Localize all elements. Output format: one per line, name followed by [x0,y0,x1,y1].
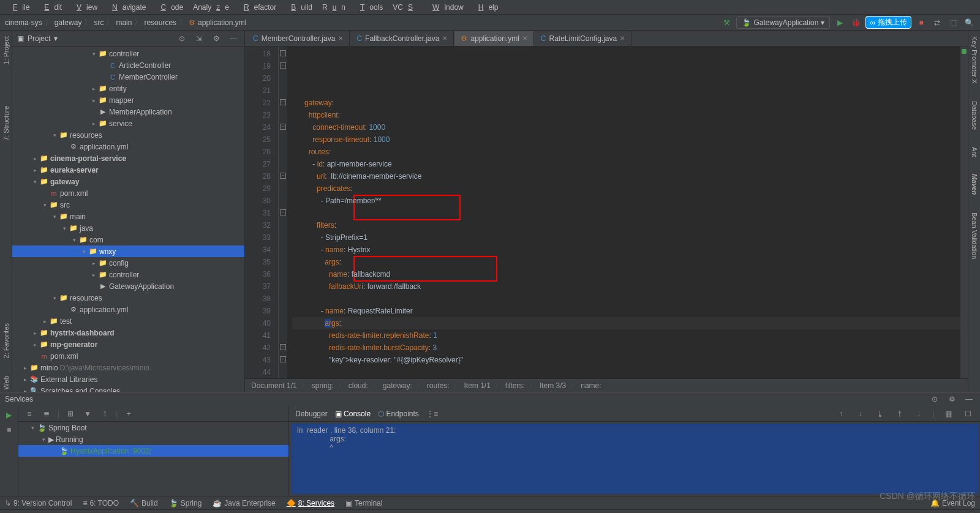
tree-item[interactable]: CArticleController [12,59,244,71]
tree-item[interactable]: CMemberController [12,71,244,83]
bt-spring[interactable]: 🍃 Spring [169,499,202,507]
services-nav-icon[interactable]: ⊙ [929,393,941,405]
tree-item[interactable]: ▸📁hystrix-dashboard [12,327,244,339]
locate-icon[interactable]: ⊙ [176,32,188,45]
editor-tab[interactable]: CFallbackController.java✕ [350,31,454,46]
tree-item[interactable]: ⚙application.yml [12,304,244,315]
event-log[interactable]: 🔔 Event Log [930,499,975,507]
tree-item[interactable]: ▸📁cinema-portal-service [12,152,244,164]
services-gear-icon[interactable]: ⚙ [946,393,958,405]
tab-debugger[interactable]: Debugger [295,410,328,418]
tool-favorites[interactable]: 2: Favorites [1,321,11,361]
tree-item[interactable]: ▸📁entity [12,83,244,94]
project-label: Project [28,34,50,43]
tool-maven[interactable]: Maven [970,171,979,197]
services-hide-icon[interactable]: — [963,393,975,405]
menu-view[interactable]: View [67,3,102,12]
console-output[interactable]: in reader , line 38, column 21: args: ^ [291,424,978,494]
tree-item[interactable]: ▾📁src [12,199,244,211]
tree-item[interactable]: ⚙application.yml [12,141,244,152]
tree-item[interactable]: ▾📁com [12,234,244,245]
tool-project[interactable]: 1: Project [1,34,11,67]
filter-icon[interactable]: ▼ [81,408,94,420]
tool-keypromoter[interactable]: Key Promoter X [970,34,979,86]
close-icon: ✕ [522,35,527,42]
pin-badge[interactable]: ∞拖拽上传 [865,16,911,29]
editor-tab[interactable]: CMemberController.java✕ [247,31,350,46]
search-icon[interactable]: 🔍 [963,17,975,29]
project-dropdown-icon[interactable]: ▾ [54,34,58,43]
menu-edit[interactable]: Edit [34,3,67,12]
tree-item[interactable]: ▸🔍Scratches and Consoles [12,385,244,392]
bt-services[interactable]: 🔶 8: Services [287,499,334,507]
menu-code[interactable]: Code [151,3,188,12]
bt-todo[interactable]: ≡ 6: TODO [83,499,119,507]
tool-beanvalidation[interactable]: Bean Validation [970,210,979,261]
tree-item[interactable]: ▸📁test [12,315,244,327]
status-indicator [962,49,967,54]
menu-tools[interactable]: Tools [350,3,388,12]
tree-item[interactable]: ▾📁resources [12,292,244,304]
tree-item[interactable]: ▾📁resources [12,129,244,141]
add-icon[interactable]: + [123,408,135,420]
tree-item[interactable]: ▾📁java [12,222,244,234]
tool-ant[interactable]: Ant [970,144,979,160]
menu-build[interactable]: Build [281,3,317,12]
bt-vcs[interactable]: ↳ 9: Version Control [5,499,72,507]
tree-item[interactable]: ▾📁gateway [12,176,244,187]
everywhere-icon[interactable]: ⬚ [947,17,959,29]
menu-help[interactable]: Help [469,3,503,12]
tree-item[interactable]: ▸📁service [12,118,244,129]
tree-item[interactable]: ▶MemberApplication [12,106,244,118]
bt-build[interactable]: 🔨 Build [130,499,158,507]
close-icon: ✕ [620,35,625,42]
tool-structure[interactable]: 7: Structure [1,103,11,143]
stop-icon[interactable]: ■ [3,424,15,436]
tree-item[interactable]: ▸📚External Libraries [12,373,244,385]
menu-navigate[interactable]: Navigate [102,3,151,12]
run-config-selector[interactable]: 🍃GatewayApplication▾ [736,17,830,29]
gear-icon[interactable]: ⚙ [210,32,222,45]
tool-database[interactable]: Database [970,99,979,132]
rerun-icon[interactable]: ▶ [3,409,15,421]
services-title: Services [5,395,33,403]
menu-vcs[interactable]: VCS [388,3,423,12]
tree-item[interactable]: ▸📁eureka-server [12,164,244,176]
tree-item[interactable]: ▸📁controller [12,269,244,280]
menu-run[interactable]: Run [317,3,350,12]
editor-tab[interactable]: ⚙application.yml✕ [454,31,533,46]
build-icon[interactable]: ⚒ [720,17,733,29]
project-icon: ▣ [17,34,24,43]
status-bar: ▣Process terminated 2 chars 36:13 CRLF U… [0,509,980,513]
breadcrumb[interactable]: cinema-sys〉 gateway〉 src〉 main〉 resource… [5,17,246,28]
menu-file[interactable]: File [3,3,34,12]
services-panel: Services ⊙ ⚙ — ▶ ■ ≡ ≣ | ⊞ ▼ ⟟ | + ▾🍃Spr… [0,392,980,496]
tree-item[interactable]: ▶GatewayApplication [12,280,244,292]
hide-icon[interactable]: — [227,32,239,45]
menu-analyze[interactable]: Analyze [188,3,234,12]
bt-javaee[interactable]: ☕ Java Enterprise [213,499,275,507]
tab-endpoints[interactable]: ⬡ Endpoints [378,410,419,418]
tree-item[interactable]: ▸📁mp-generator [12,339,244,350]
navigation-bar: cinema-sys〉 gateway〉 src〉 main〉 resource… [0,15,980,31]
tree-item[interactable]: ▾📁main [12,211,244,222]
expand-icon[interactable]: ⇲ [193,32,205,45]
tree-item[interactable]: ▾📁controller [12,48,244,59]
tree-item[interactable]: ▸📁config [12,257,244,269]
menu-refactor[interactable]: Refactor [234,3,281,12]
bottom-toolbar: ↳ 9: Version Control ≡ 6: TODO 🔨 Build 🍃… [0,496,980,509]
tree-item[interactable]: ▸📁minio D:\java\Microservices\minio [12,362,244,373]
vcs-icon[interactable]: ⇄ [931,17,943,29]
tab-console[interactable]: ▣ Console [335,410,371,418]
editor-tab[interactable]: CRateLimitConfig.java✕ [535,31,631,46]
tree-item[interactable]: ▸📁mapper [12,94,244,106]
tree-item[interactable]: mpom.xml [12,187,244,199]
stop-icon[interactable]: ■ [915,17,927,29]
bt-terminal[interactable]: ▣ Terminal [345,499,382,507]
debug-icon[interactable]: 🐞 [850,17,862,29]
tree-item[interactable]: ▾📁wnxy [12,245,244,257]
tree-item[interactable]: mpom.xml [12,350,244,362]
run-icon[interactable]: ▶ [834,17,846,29]
menu-window[interactable]: Window [423,3,469,12]
tool-web[interactable]: Web [1,373,11,392]
